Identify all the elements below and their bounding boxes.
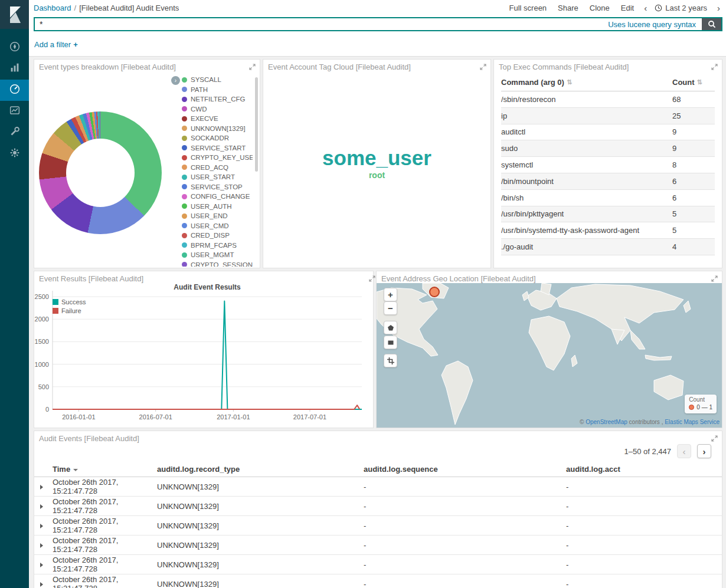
legend-item[interactable]: CRYPTO_SESSION [182, 260, 253, 267]
chart-legend-item[interactable]: Success [53, 297, 86, 306]
legend-item[interactable]: SOCKADDR [182, 133, 253, 143]
sidebar-item-timelion[interactable] [0, 101, 29, 122]
legend-item[interactable]: CONFIG_CHANGE [182, 192, 253, 202]
tag[interactable]: root [369, 171, 385, 180]
expand-panel-icon[interactable] [711, 64, 718, 70]
expand-row-caret-icon[interactable] [40, 543, 43, 548]
legend-item[interactable]: CRED_DISP [182, 231, 253, 241]
sequence-cell: - [364, 560, 566, 569]
expand-panel-icon[interactable] [711, 275, 718, 282]
timepicker-button[interactable]: Last 2 years [655, 4, 707, 12]
add-filter-plus-icon[interactable]: + [73, 40, 78, 49]
app-sidebar [0, 0, 29, 588]
sidebar-item-visualize[interactable] [0, 58, 29, 80]
sequence-cell: - [364, 541, 566, 550]
legend-item[interactable]: UNKNOWN[1329] [182, 124, 253, 134]
crop-bounds-tool-button[interactable] [384, 354, 397, 367]
draw-polygon-tool-button[interactable] [384, 321, 397, 334]
next-page-button[interactable]: › [697, 444, 711, 458]
sidebar-item-dev-tools[interactable] [0, 122, 29, 143]
svg-text:2016-01-01: 2016-01-01 [62, 413, 95, 421]
table-row[interactable]: October 26th 2017, 15:21:47.728UNKNOWN[1… [34, 516, 722, 536]
chart-legend-item[interactable]: Failure [53, 306, 86, 315]
legend-item[interactable]: USER_START [182, 172, 253, 182]
legend-item[interactable]: EXECVE [182, 114, 253, 124]
column-header-command[interactable]: Command (arg 0) ⇅ [501, 78, 672, 87]
search-button[interactable] [702, 18, 721, 30]
sidebar-item-discover[interactable] [0, 37, 29, 58]
dashboard-gauge-icon [8, 83, 21, 98]
zoom-out-button[interactable]: − [384, 301, 397, 315]
legend-scrollbar[interactable] [255, 77, 258, 172]
breadcrumb-dashboard-link[interactable]: Dashboard [34, 4, 71, 12]
legend-item[interactable]: USER_AUTH [182, 202, 253, 212]
table-row: ip25 [501, 108, 715, 124]
column-header-sequence[interactable]: auditd.log.sequence [364, 465, 566, 474]
column-header-acct[interactable]: auditd.log.acct [566, 465, 722, 474]
add-filter-link[interactable]: Add a filter [34, 40, 71, 49]
legend-item[interactable]: BPRM_FCAPS [182, 241, 253, 251]
legend-item[interactable]: SERVICE_STOP [182, 182, 253, 192]
time-cell: October 26th 2017, 15:21:47.728 [53, 497, 157, 515]
column-header-time[interactable]: Time [53, 465, 157, 474]
expand-panel-icon[interactable] [711, 435, 718, 442]
elastic-maps-service-link[interactable]: Elastic Maps Service [665, 419, 720, 425]
expand-row-caret-icon[interactable] [40, 582, 43, 587]
legend-item[interactable]: PATH [182, 85, 253, 95]
lucene-syntax-link[interactable]: Uses lucene query syntax [608, 20, 696, 29]
sort-icon[interactable]: ⇅ [697, 78, 702, 86]
legend-item[interactable]: SERVICE_START [182, 143, 253, 153]
donut-chart[interactable] [39, 111, 162, 234]
search-query-input[interactable] [35, 19, 608, 29]
world-map[interactable]: + − Count 0 — 1 [377, 283, 722, 428]
table-row[interactable]: October 26th 2017, 15:21:47.728UNKNOWN[1… [34, 555, 722, 574]
expand-row-caret-icon[interactable] [40, 524, 43, 528]
legend-item[interactable]: CRED_ACQ [182, 163, 253, 173]
panel-event-results: Event Results [Filebeat Auditd] Audit Ev… [34, 271, 374, 428]
legend-swatch-icon [182, 242, 187, 248]
legend-item[interactable]: CRYPTO_KEY_USER [182, 153, 253, 163]
legend-item[interactable]: USER_MGMT [182, 250, 253, 260]
expand-row-caret-icon[interactable] [40, 563, 43, 567]
table-row: /usr/bin/systemd-tty-ask-password-agent5 [501, 222, 715, 239]
column-header-record-type[interactable]: auditd.log.record_type [157, 465, 364, 474]
table-row[interactable]: October 26th 2017, 15:21:47.728UNKNOWN[1… [34, 477, 722, 497]
table-row[interactable]: October 26th 2017, 15:21:47.728UNKNOWN[1… [34, 536, 722, 555]
legend-item[interactable]: USER_END [182, 211, 253, 221]
share-button[interactable]: Share [558, 4, 578, 12]
full-screen-button[interactable]: Full screen [509, 4, 547, 12]
table-row[interactable]: October 26th 2017, 15:21:47.728UNKNOWN[1… [34, 574, 722, 588]
time-back-button[interactable]: ‹ [644, 4, 647, 12]
polygon-icon [387, 324, 394, 331]
pie-legend: SYSCALLPATHNETFILTER_CFGCWDEXECVEUNKNOWN… [182, 75, 253, 267]
legend-item[interactable]: NETFILTER_CFG [182, 94, 253, 104]
expand-panel-icon[interactable] [249, 64, 256, 70]
openstreetmap-link[interactable]: OpenStreetMap [586, 419, 627, 425]
legend-item[interactable]: USER_CMD [182, 221, 253, 231]
time-forward-button[interactable]: › [717, 4, 720, 12]
legend-toggle-button[interactable]: › [171, 76, 180, 85]
sidebar-item-dashboard[interactable] [0, 80, 29, 101]
command-cell: sudo [501, 144, 672, 153]
table-row[interactable]: October 26th 2017, 15:21:47.728UNKNOWN[1… [34, 497, 722, 516]
column-header-count[interactable]: Count ⇅ [672, 78, 715, 87]
clone-button[interactable]: Clone [590, 4, 610, 12]
previous-page-button[interactable]: ‹ [677, 444, 691, 458]
count-cell: 68 [672, 95, 715, 104]
draw-rectangle-tool-button[interactable] [384, 336, 397, 349]
legend-item[interactable]: CWD [182, 104, 253, 114]
management-gear-icon [8, 146, 21, 162]
sort-icon[interactable]: ⇅ [567, 78, 572, 86]
row-expand-cell [34, 482, 53, 491]
expand-row-caret-icon[interactable] [40, 504, 43, 509]
edit-button[interactable]: Edit [621, 4, 634, 12]
sidebar-item-management[interactable] [0, 143, 29, 165]
tag[interactable]: some_user [322, 147, 431, 169]
legend-item[interactable]: SYSCALL [182, 75, 253, 85]
zoom-in-button[interactable]: + [384, 288, 397, 301]
expand-row-caret-icon[interactable] [40, 485, 43, 490]
breadcrumb-separator: / [74, 4, 77, 12]
legend-label: CRED_ACQ [191, 164, 228, 171]
expand-panel-icon[interactable] [480, 64, 486, 70]
kibana-logo[interactable] [0, 0, 29, 29]
